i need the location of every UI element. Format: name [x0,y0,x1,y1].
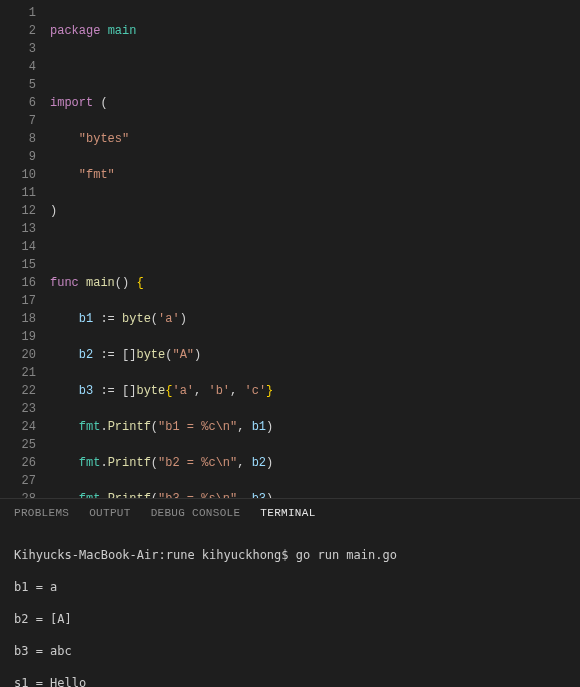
code-line[interactable]: fmt.Printf("b2 = %c\n", b2) [50,454,580,472]
line-number: 6 [0,94,36,112]
tab-debug-console[interactable]: DEBUG CONSOLE [151,507,241,519]
bottom-panel: PROBLEMS OUTPUT DEBUG CONSOLE TERMINAL K… [0,498,580,687]
line-number: 27 [0,472,36,490]
line-number: 22 [0,382,36,400]
code-line[interactable]: package main [50,22,580,40]
code-line[interactable]: "fmt" [50,166,580,184]
line-number: 15 [0,256,36,274]
line-number-gutter: 1 2 3 4 5 6 7 8 9 10 11 12 13 14 15 16 1… [0,0,50,498]
line-number: 11 [0,184,36,202]
terminal-output[interactable]: Kihyucks-MacBook-Air:rune kihyuckhong$ g… [0,525,580,687]
code-line[interactable]: b1 := byte('a') [50,310,580,328]
line-number: 24 [0,418,36,436]
code-line[interactable]: b3 := []byte{'a', 'b', 'c'} [50,382,580,400]
line-number: 10 [0,166,36,184]
line-number: 13 [0,220,36,238]
code-line[interactable] [50,58,580,76]
line-number: 9 [0,148,36,166]
code-line[interactable]: "bytes" [50,130,580,148]
tab-output[interactable]: OUTPUT [89,507,130,519]
code-line[interactable]: ) [50,202,580,220]
line-number: 12 [0,202,36,220]
code-line[interactable]: fmt.Printf("b3 = %s\n", b3) [50,490,580,498]
terminal-line: b3 = abc [14,643,566,659]
terminal-line: Kihyucks-MacBook-Air:rune kihyuckhong$ g… [14,547,566,563]
tab-terminal[interactable]: TERMINAL [260,507,315,519]
terminal-line: b2 = [A] [14,611,566,627]
line-number: 7 [0,112,36,130]
line-number: 19 [0,328,36,346]
line-number: 21 [0,364,36,382]
terminal-line: b1 = a [14,579,566,595]
code-line[interactable]: fmt.Printf("b1 = %c\n", b1) [50,418,580,436]
code-editor[interactable]: 1 2 3 4 5 6 7 8 9 10 11 12 13 14 15 16 1… [0,0,580,498]
code-line[interactable] [50,238,580,256]
line-number: 23 [0,400,36,418]
line-number: 25 [0,436,36,454]
code-content[interactable]: package main import ( "bytes" "fmt" ) fu… [50,0,580,498]
terminal-line: s1 = Hello [14,675,566,687]
line-number: 28 [0,490,36,498]
tab-problems[interactable]: PROBLEMS [14,507,69,519]
line-number: 16 [0,274,36,292]
line-number: 4 [0,58,36,76]
line-number: 1 [0,4,36,22]
line-number: 17 [0,292,36,310]
line-number: 26 [0,454,36,472]
line-number: 2 [0,22,36,40]
panel-tabs: PROBLEMS OUTPUT DEBUG CONSOLE TERMINAL [0,499,580,525]
code-line[interactable]: b2 := []byte("A") [50,346,580,364]
line-number: 3 [0,40,36,58]
line-number: 20 [0,346,36,364]
line-number: 5 [0,76,36,94]
code-line[interactable]: import ( [50,94,580,112]
line-number: 14 [0,238,36,256]
code-line[interactable]: func main() { [50,274,580,292]
line-number: 8 [0,130,36,148]
line-number: 18 [0,310,36,328]
